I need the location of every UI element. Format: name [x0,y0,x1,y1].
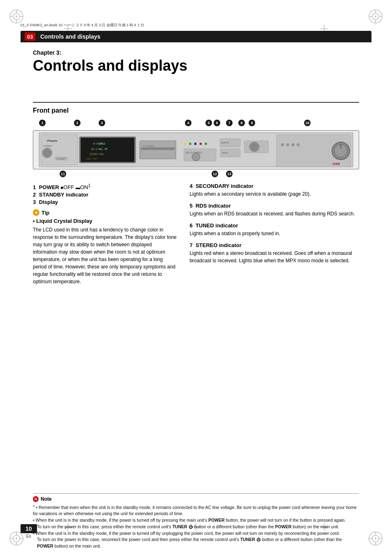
corner-decoration-tl [8,8,25,25]
svg-point-72 [281,143,284,146]
indicator-tuned: 6 TUNED indicator Lights when a station … [189,222,359,237]
header-title: Controls and displays [40,33,100,40]
svg-rect-53 [141,148,174,150]
chapter-header-bar: 03 Controls and displays [21,31,371,42]
list-item-3: 3 Display [33,199,177,205]
svg-text:POWER: POWER [43,145,52,147]
svg-text:87.5 MHz FM: 87.5 MHz FM [91,148,107,150]
page-number: 10 [21,524,37,533]
svg-point-43 [44,150,51,156]
svg-point-73 [286,143,289,146]
svg-rect-56 [189,143,191,145]
chapter-label: Chapter 3: [33,49,359,56]
callout-11: 11 [60,170,66,177]
tip-header: ✦ Tip [33,209,177,216]
indicator-secondary: 4 SECONDARY indicator Lights when a seco… [189,183,359,198]
svg-text:DAB: DAB [333,162,340,166]
svg-rect-52 [140,141,176,159]
content-right: 4 SECONDARY indicator Lights when a seco… [189,183,359,289]
callout-7: 7 [226,119,233,126]
svg-text:STANDBY: STANDBY [56,158,66,160]
callout-10: 10 [304,119,311,126]
indicator-secondary-text: Lights when a secondary service is avail… [189,190,359,198]
list-item-2: 2 STANDBY indicator [33,192,177,198]
svg-point-9 [375,16,376,17]
callout-13: 13 [226,170,233,177]
indicator-rds-text: Lights when an RDS broadcast is received… [189,210,359,217]
svg-point-62 [192,153,200,161]
chapter-title: Controls and displays [33,58,359,74]
callout-1: 1 [39,119,46,126]
svg-text:DISPLAY: DISPLAY [221,142,230,144]
svg-text:INPUT: INPUT [222,152,228,154]
callout-2: 2 [74,119,81,126]
svg-point-75 [297,143,300,146]
callout-9: 9 [249,119,255,126]
filepath: 01_F-F6MK2_en.book 10 ページ ２０９年４月３日 金曜日 午… [21,23,371,28]
svg-point-23 [375,538,376,539]
indicator-rds: 5 RDS indicator Lights when an RDS broad… [189,203,359,217]
device-diagram-area: 1 2 3 4 5 6 7 8 9 10 Pioneer POWER STAND… [33,119,359,180]
corner-decoration-tr [367,8,384,25]
callout-4: 4 [185,119,191,126]
svg-rect-59 [205,143,207,145]
svg-text:F-CONNECT: F-CONNECT [143,145,155,147]
tip-icon: ✦ [33,209,39,216]
chapter-number: 03 [25,32,35,41]
items-list-left: 1 POWER ■OFF ▬ON1 2 STANDBY indicator 3 … [33,183,177,205]
page-lang: En [26,534,31,539]
svg-rect-55 [184,143,186,145]
callout-8: 8 [238,119,245,126]
callout-12: 12 [212,170,218,177]
content-area: 1 POWER ■OFF ▬ON1 2 STANDBY indicator 3 … [33,183,359,289]
corner-decoration-br [367,530,384,547]
note-icon: N [33,496,39,502]
front-panel-heading: Front panel [33,107,69,118]
svg-point-2 [16,16,17,17]
list-item-1: 1 POWER ■OFF ▬ON1 [33,183,177,190]
callout-3: 3 [99,119,105,126]
indicator-stereo-text: Lights red when a stereo broadcast is re… [189,250,359,264]
svg-point-74 [292,143,294,146]
callout-6: 6 [214,119,220,126]
svg-text:STEREO RDS: STEREO RDS [90,153,104,155]
svg-text:Pioneer: Pioneer [47,139,58,142]
page-footer: 10 En [21,524,37,539]
tip-text: The LCD used in this unit has a tendency… [33,226,177,285]
content-left: 1 POWER ■OFF ▬ON1 2 STANDBY indicator 3 … [33,183,177,289]
note-text: 1 • Remember that even when the unit is … [33,504,359,550]
svg-rect-60 [184,149,216,161]
section-divider [33,102,359,103]
svg-rect-57 [194,143,196,145]
tip-box: ✦ Tip • Liquid Crystal Display The LCD u… [33,209,177,285]
note-header: N Note [33,496,359,502]
note-section: N Note 1 • Remember that even when the u… [33,493,359,550]
device-illustration: Pioneer POWER STANDBY F-F6MK2 87.5 MHz F… [33,130,359,169]
svg-point-16 [16,538,17,539]
svg-rect-58 [200,143,202,145]
callout-5: 5 [205,119,212,126]
svg-text:TUNED MONO: TUNED MONO [85,157,97,160]
indicator-tuned-text: Lights when a station is properly tuned … [189,230,359,237]
svg-point-69 [251,143,258,150]
indicator-stereo: 7 STEREO indicator Lights red when a ste… [189,242,359,264]
chapter-area: Chapter 3: Controls and displays [33,49,359,82]
svg-text:F-F6MK2: F-F6MK2 [93,142,105,146]
tip-subtitle: • Liquid Crystal Display [33,218,177,224]
